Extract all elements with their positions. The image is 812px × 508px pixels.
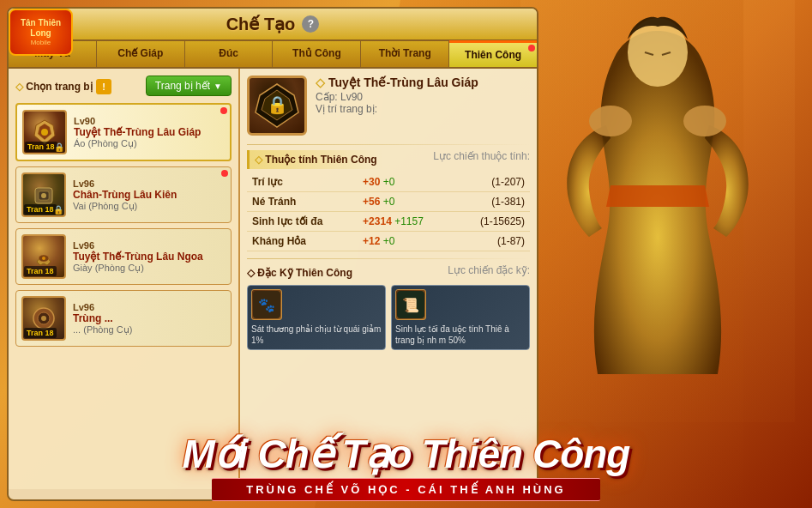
- skill-icon-1: 🐾: [251, 289, 282, 320]
- game-logo: Tân Thiên Long Mobile: [9, 9, 73, 56]
- item-tier-1: Tran 18: [25, 142, 57, 152]
- skill-text-1: Sát thương phải chịu từ quái giảm 1%: [251, 324, 382, 346]
- skill-card-1: 🐾 Sát thương phải chịu từ quái giảm 1%: [247, 285, 386, 350]
- equip-level-2: Lv96: [73, 178, 226, 189]
- logo-subtitle: Mobile: [31, 39, 51, 46]
- panel-title: Chế Tạo: [226, 14, 296, 34]
- attr-subheader: Lực chiến thuộc tính:: [433, 150, 530, 162]
- equip-info-3: Lv96 Tuyệt Thế-Trùng Lâu Ngoa Giày (Phòn…: [73, 240, 226, 274]
- skill-icon-2: 📜: [395, 289, 426, 320]
- skills-section: 🐾 Sát thương phải chịu từ quái giảm 1% 📜…: [247, 285, 530, 350]
- attr-row-2: Né Tránh +56 +0 (1-381): [247, 192, 530, 212]
- item-level: Cấp: Lv90: [316, 91, 530, 103]
- character-area: [520, 0, 795, 422]
- help-icon[interactable]: ?: [302, 15, 319, 33]
- attributes-table: Trí lực +30 +0 (1-207) Né Tránh +56 +0 (…: [247, 172, 530, 251]
- equip-icon-3: Tran 18: [21, 234, 66, 279]
- character-svg: [538, 14, 778, 408]
- divider-1: [247, 144, 530, 145]
- divider-2: [247, 258, 530, 259]
- equip-level-3: Lv96: [73, 240, 226, 251]
- tab-thu-cong[interactable]: Thủ Công: [273, 41, 361, 67]
- item-position: Vị trí trang bị:: [316, 103, 530, 115]
- equip-icon-1: Tran 18 🔒: [22, 110, 67, 154]
- equip-info-2: Lv96 Chân-Trùng Lâu Kiên Vai (Phòng Cụ): [73, 178, 226, 212]
- attr-row-1: Trí lực +30 +0 (1-207): [247, 172, 530, 192]
- equip-name-3: Tuyệt Thế-Trùng Lâu Ngoa: [73, 251, 226, 263]
- equip-type-2: Vai (Phòng Cụ): [73, 201, 226, 212]
- attr-val-1: +30: [363, 176, 380, 188]
- item-main-icon: 🔒: [247, 76, 307, 136]
- equip-type-3: Giày (Phòng Cụ): [73, 263, 226, 274]
- item-details: Tuyệt Thế-Trùng Lâu Giáp Cấp: Lv90 Vị tr…: [316, 76, 530, 115]
- special-subheader: Lực chiến đặc kỹ:: [448, 264, 530, 276]
- attr-bonus-4: +0: [383, 235, 395, 247]
- tabs-bar: May Vá Chế Giáp Đúc Thủ Công Thời Trang …: [9, 41, 537, 69]
- lock-icon-2: 🔒: [53, 205, 63, 215]
- svg-text:📜: 📜: [402, 297, 419, 313]
- item-header: 🔒 Tuyệt Thế-Trùng Lâu Giáp Cấp: Lv90 Vị …: [247, 76, 530, 136]
- right-panel: 🔒 Tuyệt Thế-Trùng Lâu Giáp Cấp: Lv90 Vị …: [240, 69, 537, 489]
- equip-icon-4: Tran 18: [21, 296, 66, 341]
- tab-dot: [528, 45, 535, 51]
- attr-row-4: Kháng Hỏa +12 +0 (1-87): [247, 232, 530, 251]
- tab-duc[interactable]: Đúc: [185, 41, 274, 67]
- warn-icon[interactable]: !: [96, 79, 111, 94]
- item-dot-2: [221, 170, 228, 177]
- attr-val-4: +12: [363, 235, 380, 247]
- special-section-header: ◇ Đặc Kỹ Thiên Công: [247, 267, 352, 279]
- equip-name-1: Tuyệt Thế-Trùng Lâu Giáp: [74, 126, 225, 138]
- svg-point-10: [42, 257, 45, 260]
- choose-label: Chọn trang bị: [15, 81, 93, 93]
- left-header: Chọn trang bị ! Trang bị hết: [15, 76, 232, 96]
- item-tier-4: Tran 18: [24, 328, 57, 338]
- attr-range-2: (1-381): [454, 192, 530, 212]
- item-dot-1: [220, 107, 227, 114]
- equip-item-1[interactable]: Tran 18 🔒 Lv90 Tuyệt Thế-Trùng Lâu Giáp …: [15, 103, 232, 161]
- item-tier-3: Tran 18: [24, 266, 57, 276]
- lock-icon-1: 🔒: [54, 142, 64, 152]
- svg-point-13: [41, 316, 46, 321]
- attr-range-3: (1-15625): [454, 212, 530, 232]
- equip-item-2[interactable]: Tran 18 🔒 Lv96 Chân-Trùng Lâu Kiên Vai (…: [15, 166, 232, 223]
- header: Chế Tạo ?: [9, 9, 537, 41]
- svg-point-8: [41, 193, 46, 198]
- attr-val-3: +2314: [363, 215, 392, 227]
- svg-text:🐾: 🐾: [258, 297, 275, 313]
- equip-item-4[interactable]: Tran 18 Lv96 Trùng ... ... (Phòng Cụ): [15, 290, 232, 347]
- main-panel: Chế Tạo ? May Vá Chế Giáp Đúc Thủ Công T…: [7, 7, 538, 501]
- attr-section-header: Thuộc tính Thiên Công: [247, 150, 382, 169]
- equip-name-4: Trùng ...: [73, 312, 226, 324]
- attr-range-4: (1-87): [454, 232, 530, 251]
- tab-che-giap[interactable]: Chế Giáp: [97, 41, 185, 67]
- svg-point-5: [41, 129, 48, 136]
- attr-bonus-3: +1157: [394, 215, 424, 227]
- equip-level-4: Lv96: [73, 302, 226, 312]
- attr-bonus-2: +0: [383, 196, 395, 208]
- svg-point-2: [683, 106, 726, 136]
- attr-bonus-1: +0: [383, 176, 395, 188]
- equip-item-3[interactable]: Tran 18 Lv96 Tuyệt Thế-Trùng Lâu Ngoa Gi…: [15, 228, 232, 285]
- tab-thien-cong[interactable]: Thiên Công: [449, 41, 537, 67]
- equip-name-2: Chân-Trùng Lâu Kiên: [73, 189, 226, 201]
- attr-range-1: (1-207): [454, 172, 530, 192]
- attr-val-2: +56: [363, 196, 380, 208]
- equip-info-4: Lv96 Trùng ... ... (Phòng Cụ): [73, 302, 226, 336]
- tab-thoi-trang[interactable]: Thời Trang: [361, 41, 449, 67]
- equip-type-4: ... (Phòng Cụ): [73, 324, 226, 336]
- equip-type-1: Áo (Phòng Cụ): [74, 138, 225, 149]
- skill-text-2: Sinh lực tối đa uộc tính Thiê à trang bị…: [395, 324, 526, 346]
- skill-card-2: 📜 Sinh lực tối đa uộc tính Thiê à trang …: [391, 285, 530, 350]
- filter-button[interactable]: Trang bị hết: [146, 76, 232, 96]
- item-title: Tuyệt Thế-Trùng Lâu Giáp: [316, 76, 530, 89]
- item-tier-2: Tran 18: [24, 204, 57, 215]
- content-area: Chọn trang bị ! Trang bị hết T: [9, 69, 537, 489]
- equip-level-1: Lv90: [74, 116, 225, 126]
- equip-info-1: Lv90 Tuyệt Thế-Trùng Lâu Giáp Áo (Phòng …: [74, 116, 225, 149]
- svg-text:🔒: 🔒: [267, 94, 288, 115]
- svg-point-1: [589, 106, 632, 136]
- attr-row-3: Sinh lực tối đa +2314 +1157 (1-15625): [247, 212, 530, 232]
- left-panel: Chọn trang bị ! Trang bị hết T: [9, 69, 240, 489]
- equip-icon-2: Tran 18 🔒: [21, 172, 66, 217]
- logo-title: Tân Thiên Long: [10, 18, 71, 39]
